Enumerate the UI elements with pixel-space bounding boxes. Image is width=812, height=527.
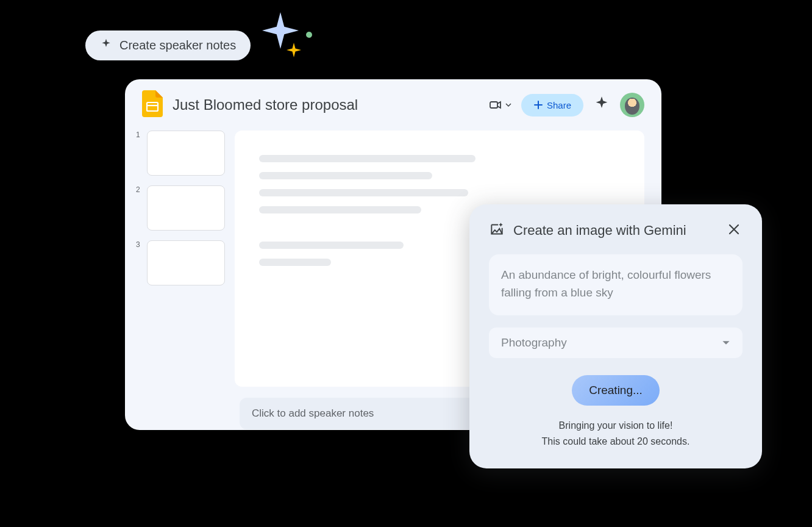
slide-thumbnail-1[interactable] xyxy=(147,131,225,176)
slides-header: Just Bloomed store proposal Share xyxy=(125,79,661,131)
slide-thumbnail-3[interactable] xyxy=(147,240,225,285)
close-icon xyxy=(728,223,740,235)
gemini-image-panel: Create an image with Gemini An abundance… xyxy=(469,204,762,468)
google-slides-logo xyxy=(142,90,163,120)
thumb-row: 3 xyxy=(136,240,225,285)
placeholder-line xyxy=(259,172,432,179)
style-value: Photography xyxy=(501,336,567,350)
status-line-2: This could take about 20 seconds. xyxy=(489,434,743,450)
thumb-number: 2 xyxy=(136,185,142,194)
create-speaker-notes-chip[interactable]: Create speaker notes xyxy=(85,30,251,60)
document-title[interactable]: Just Bloomed store proposal xyxy=(173,96,479,113)
chevron-down-icon xyxy=(722,339,730,347)
thumb-row: 2 xyxy=(136,185,225,231)
share-label: Share xyxy=(547,100,571,110)
svg-rect-2 xyxy=(490,102,497,108)
gemini-sparkle-icon[interactable] xyxy=(593,95,610,115)
thumb-number: 3 xyxy=(136,240,142,249)
chevron-down-icon xyxy=(505,102,511,108)
placeholder-line xyxy=(259,242,404,249)
placeholder-line xyxy=(259,259,331,266)
thumb-number: 1 xyxy=(136,131,142,139)
creating-label: Creating... xyxy=(589,384,643,396)
gemini-panel-title: Create an image with Gemini xyxy=(513,223,717,238)
gemini-panel-header: Create an image with Gemini xyxy=(489,221,743,240)
creating-button[interactable]: Creating... xyxy=(572,375,660,406)
placeholder-line xyxy=(259,155,475,162)
style-select[interactable]: Photography xyxy=(489,328,743,358)
user-avatar[interactable] xyxy=(620,93,644,117)
prompt-text: An abundance of bright, colourful flower… xyxy=(501,268,711,299)
thumb-row: 1 xyxy=(136,131,225,176)
placeholder-line xyxy=(259,206,421,213)
plus-icon xyxy=(533,100,543,110)
image-sparkle-icon xyxy=(489,221,505,240)
video-call-button[interactable] xyxy=(488,98,511,112)
sparkle-icon xyxy=(100,38,112,53)
speaker-notes-placeholder: Click to add speaker notes xyxy=(252,407,374,419)
chip-label: Create speaker notes xyxy=(119,38,236,52)
slide-thumbnail-panel: 1 2 3 xyxy=(136,131,225,387)
placeholder-line xyxy=(259,189,468,196)
image-prompt-input[interactable]: An abundance of bright, colourful flower… xyxy=(489,254,743,315)
slide-thumbnail-2[interactable] xyxy=(147,185,225,231)
dot-decoration-green xyxy=(306,32,312,38)
gemini-status-text: Bringing your vision to life! This could… xyxy=(489,418,743,449)
close-button[interactable] xyxy=(725,222,743,239)
status-line-1: Bringing your vision to life! xyxy=(489,418,743,434)
share-button[interactable]: Share xyxy=(521,94,583,117)
